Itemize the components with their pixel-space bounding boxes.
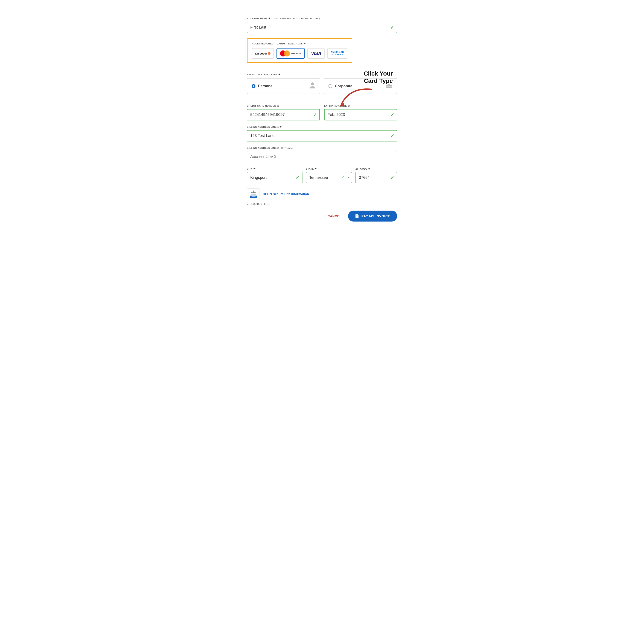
mastercard-text: mastercard (291, 52, 302, 55)
zip-check: ✓ (390, 175, 394, 181)
billing-address2-input[interactable] (247, 151, 397, 162)
required-note: ★ REQUIRED FIELD (247, 203, 397, 205)
billing-address2-label: BILLING ADDRESS LINE 2 - OPTIONAL (247, 147, 397, 149)
account-type-personal[interactable]: Personal (247, 78, 320, 94)
city-state-zip-row: CITY ★ ✓ STATE ★ Tennessee ✓ ▾ (247, 167, 397, 183)
cancel-button[interactable]: CANCEL (328, 214, 341, 218)
state-check: ✓ (341, 175, 344, 180)
bottom-actions: CANCEL 📄 PAY MY INVOICE (247, 211, 397, 222)
credit-card-number-check: ✓ (313, 112, 317, 118)
credit-cards-section: ACCEPTED CREDIT CARDS - SELECT ONE ★ Dis… (247, 38, 352, 63)
credit-card-number-col: CREDIT CARD NUMBER ★ ✓ (247, 105, 320, 120)
corporate-label: Corporate (335, 84, 352, 88)
account-type-section: SELECT ACCOUNT TYPE ★ Personal (247, 73, 397, 94)
account-name-input[interactable] (247, 22, 397, 33)
billing-address1-check: ✓ (390, 133, 394, 139)
billing-address1-label: BILLING ADDRESS LINE 1 ★ (247, 126, 397, 128)
billing-address2-field (247, 151, 397, 162)
state-label: STATE ★ (306, 167, 352, 170)
svg-point-1 (311, 82, 314, 85)
zip-label: ZIP CODE ★ (355, 167, 397, 170)
billing-address2-section: BILLING ADDRESS LINE 2 - OPTIONAL (247, 147, 397, 162)
state-arrow: ▾ (348, 176, 349, 179)
pay-button-icon: 📄 (355, 214, 359, 218)
corporate-icon (386, 82, 392, 90)
account-type-label: SELECT ACCOUNT TYPE ★ (247, 73, 397, 76)
city-label: CITY ★ (247, 167, 302, 170)
card-number-expiry-row: CREDIT CARD NUMBER ★ ✓ EXPIRATION DATE ★… (247, 105, 397, 120)
personal-icon (310, 82, 316, 90)
discover-dot (268, 52, 270, 55)
payment-form: ACCOUNT NAME ★ - (AS IT APPEARS ON YOUR … (234, 9, 410, 230)
account-name-check-icon: ✓ (390, 25, 394, 30)
zip-field: ✓ (355, 172, 397, 183)
card-options: Discover mastercard VISA (252, 48, 347, 59)
radio-corporate (328, 84, 332, 88)
secure-section-wrapper: 🔒 digicertTrusted SECURE RECN Secure Sit… (247, 188, 397, 205)
card-option-visa[interactable]: VISA (307, 48, 325, 59)
expiration-date-label: EXPIRATION DATE ★ (324, 105, 397, 107)
pay-button-label: PAY MY INVOICE (361, 214, 390, 218)
visa-logo: VISA (311, 51, 321, 56)
credit-card-number-input[interactable] (247, 109, 320, 120)
state-col: STATE ★ Tennessee ✓ ▾ (306, 167, 352, 183)
credit-card-number-label: CREDIT CARD NUMBER ★ (247, 105, 320, 107)
personal-label: Personal (258, 84, 273, 88)
account-type-corporate[interactable]: Corporate (324, 78, 397, 94)
mastercard-logo (280, 50, 290, 56)
city-input[interactable] (247, 172, 302, 183)
credit-cards-label: ACCEPTED CREDIT CARDS - SELECT ONE ★ (252, 42, 347, 45)
state-select[interactable]: Tennessee (306, 172, 352, 183)
digicert-top-text: 🔒 digicertTrusted (251, 190, 256, 195)
account-type-corporate-left: Corporate (328, 84, 352, 88)
account-name-field: ✓ (247, 22, 397, 33)
amex-text: AMERICANEXPRESS (331, 51, 344, 56)
zip-col: ZIP CODE ★ ✓ (355, 167, 397, 183)
account-name-label: ACCOUNT NAME ★ - (AS IT APPEARS ON YOUR … (247, 17, 397, 20)
billing-address1-input[interactable] (247, 130, 397, 141)
card-option-amex[interactable]: AMERICANEXPRESS (327, 48, 347, 59)
secure-section: 🔒 digicertTrusted SECURE RECN Secure Sit… (247, 188, 397, 199)
discover-logo: Discover (255, 52, 270, 55)
secure-site-link[interactable]: RECN Secure Site Information (263, 192, 309, 196)
credit-card-number-field: ✓ (247, 109, 320, 120)
expiration-date-input[interactable] (324, 109, 397, 120)
svg-rect-3 (388, 84, 390, 85)
amex-logo: AMERICANEXPRESS (331, 51, 344, 56)
city-col: CITY ★ ✓ (247, 167, 302, 183)
expiration-date-check: ✓ (390, 112, 394, 118)
pay-button[interactable]: 📄 PAY MY INVOICE (348, 211, 397, 222)
card-option-mastercard[interactable]: mastercard (276, 48, 305, 59)
city-field: ✓ (247, 172, 302, 183)
account-type-personal-left: Personal (252, 84, 273, 88)
state-field: Tennessee ✓ ▾ (306, 172, 352, 183)
expiration-date-col: EXPIRATION DATE ★ ✓ (324, 105, 397, 120)
billing-address1-field: ✓ (247, 130, 397, 141)
radio-personal (252, 84, 255, 88)
mc-circle-orange (284, 50, 290, 56)
city-check: ✓ (296, 175, 299, 181)
billing-address1-section: BILLING ADDRESS LINE 1 ★ ✓ (247, 126, 397, 141)
expiration-date-field: ✓ (324, 109, 397, 120)
digicert-badge: 🔒 digicertTrusted SECURE (247, 188, 260, 199)
card-option-discover[interactable]: Discover (252, 48, 274, 59)
digicert-bottom-text: SECURE (250, 196, 257, 198)
account-type-options: Personal Corporate (247, 78, 397, 94)
